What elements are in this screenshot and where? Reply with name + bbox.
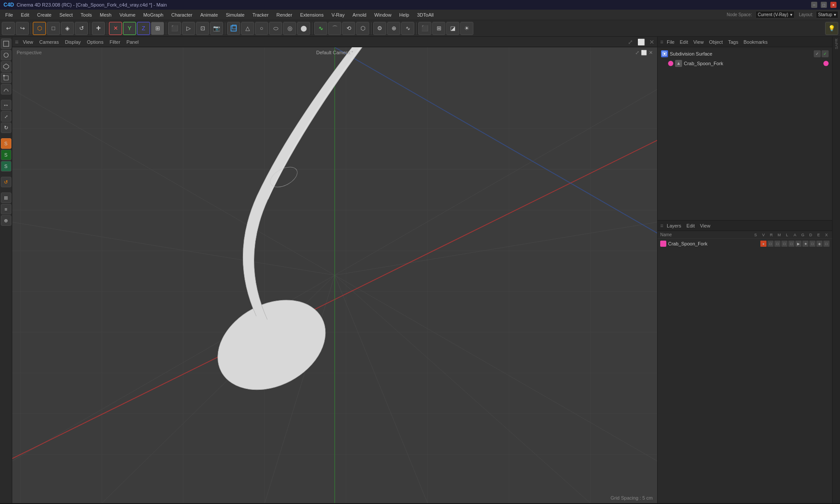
om-menu-view[interactable]: View xyxy=(692,38,706,46)
close-button[interactable]: × xyxy=(830,2,836,8)
sphere-primitive[interactable]: ○ xyxy=(255,22,268,35)
om-menu-object[interactable]: Object xyxy=(707,38,724,46)
layer-btn-d[interactable]: □ xyxy=(809,241,816,247)
menu-render[interactable]: Render xyxy=(273,11,296,18)
menu-tracker[interactable]: Tracker xyxy=(249,11,272,18)
interactive-render[interactable]: ▷ xyxy=(182,22,195,35)
vp-menu-view[interactable]: View xyxy=(21,38,35,46)
layer-btn-v[interactable]: □ xyxy=(767,241,774,247)
node-space-selector[interactable]: Current (V-Ray) ▾ xyxy=(756,11,794,18)
om-menu-tags[interactable]: Tags xyxy=(726,38,740,46)
vp-menu-display[interactable]: Display xyxy=(63,38,82,46)
menu-create[interactable]: Create xyxy=(34,11,55,18)
layers-menu-icon[interactable]: ≡ xyxy=(660,223,663,229)
sidebar-poly-mode[interactable] xyxy=(1,61,11,72)
vp-menu-options[interactable]: Options xyxy=(85,38,105,46)
spline2[interactable]: ⌒ xyxy=(328,22,341,35)
render-region[interactable]: ⬛ xyxy=(168,22,181,35)
sidebar-paint[interactable]: ⊕ xyxy=(1,215,11,226)
vp-menu-cameras[interactable]: Cameras xyxy=(38,38,61,46)
sidebar-point-mode[interactable] xyxy=(1,73,11,83)
menu-volume[interactable]: Volume xyxy=(116,11,139,18)
render-to-picture[interactable]: 📷 xyxy=(210,22,223,35)
viewport-expand-icon[interactable]: ⤢ xyxy=(628,38,633,46)
viewport[interactable]: X Y Z Perspective Default Camera:* ⤢ ⬜ ✕… xyxy=(12,47,657,503)
minimize-button[interactable]: − xyxy=(811,2,817,8)
menu-vray[interactable]: V-Ray xyxy=(328,11,348,18)
menu-simulate[interactable]: Simulate xyxy=(222,11,248,18)
viewport-icon-expand[interactable]: ⤢ xyxy=(635,50,639,56)
sidebar-s3[interactable]: S xyxy=(1,161,11,172)
axis-world[interactable]: ⊞ xyxy=(151,22,164,35)
disc-primitive[interactable]: ⬤ xyxy=(297,22,310,35)
viewport-icon-settings[interactable]: ✕ xyxy=(649,50,653,56)
layer-btn-a[interactable]: ▶ xyxy=(795,241,802,247)
maximize-button[interactable]: □ xyxy=(821,2,827,8)
layer-btn-x[interactable]: □ xyxy=(823,241,830,247)
om-menu-edit[interactable]: Edit xyxy=(678,38,690,46)
layer-btn-m[interactable]: □ xyxy=(781,241,788,247)
menu-tools[interactable]: Tools xyxy=(77,11,95,18)
sidebar-model-mode[interactable] xyxy=(1,38,11,49)
viewport-close-icon[interactable]: ✕ xyxy=(649,38,654,46)
layers-menu-view[interactable]: View xyxy=(698,222,712,229)
layer-btn-s[interactable]: ● xyxy=(760,241,766,247)
light-button[interactable]: 💡 xyxy=(825,22,838,35)
mode-model[interactable]: ⬡ xyxy=(33,22,46,35)
torus-primitive[interactable]: ◎ xyxy=(283,22,296,35)
menu-help[interactable]: Help xyxy=(396,11,413,18)
om-menu-file[interactable]: File xyxy=(665,38,676,46)
sidebar-move[interactable]: ↔ xyxy=(1,100,11,110)
knife-tool[interactable]: ⚙ xyxy=(373,22,386,35)
axis-z[interactable]: Z xyxy=(137,22,150,35)
menu-3dtoall[interactable]: 3DToAll xyxy=(413,11,437,18)
om-menu-icon[interactable]: ≡ xyxy=(660,39,663,45)
layer-btn-l[interactable]: □ xyxy=(788,241,794,247)
layers-menu-layers[interactable]: Layers xyxy=(665,222,683,229)
om-check-icon[interactable]: ✓ xyxy=(822,50,829,57)
sidebar-edge-mode[interactable] xyxy=(1,50,11,60)
smooth[interactable]: ∿ xyxy=(401,22,414,35)
spline4[interactable]: ⬡ xyxy=(356,22,369,35)
axis-x[interactable]: ✕ xyxy=(109,22,122,35)
cone-primitive[interactable]: △ xyxy=(241,22,254,35)
redo-button[interactable]: ↪ xyxy=(16,22,29,35)
display-mode3[interactable]: ◪ xyxy=(446,22,459,35)
om-color-tag[interactable] xyxy=(823,61,829,66)
menu-extensions[interactable]: Extensions xyxy=(297,11,327,18)
menu-window[interactable]: Window xyxy=(371,11,395,18)
mode-select[interactable]: ◈ xyxy=(61,22,74,35)
sidebar-scale[interactable]: ⤢ xyxy=(1,111,11,122)
cube-primitive[interactable] xyxy=(227,22,240,35)
menu-mesh[interactable]: Mesh xyxy=(96,11,115,18)
viewport-maximize-icon[interactable]: ⬜ xyxy=(637,38,645,46)
viewport-menu-icon[interactable]: ≡ xyxy=(15,38,18,46)
menu-edit[interactable]: Edit xyxy=(18,11,33,18)
menu-animate[interactable]: Animate xyxy=(197,11,221,18)
cylinder-primitive[interactable]: ⬭ xyxy=(269,22,282,35)
layer-btn-g[interactable]: ★ xyxy=(802,241,808,247)
spline3[interactable]: ⟲ xyxy=(342,22,355,35)
viewport-icon-camera[interactable]: ⬜ xyxy=(641,50,647,56)
axis-y[interactable]: Y xyxy=(123,22,136,35)
sidebar-rotate[interactable]: ↻ xyxy=(1,122,11,133)
menu-mograph[interactable]: MoGraph xyxy=(140,11,167,18)
render-view[interactable]: ⊡ xyxy=(196,22,209,35)
menu-file[interactable]: File xyxy=(2,11,17,18)
display-mode2[interactable]: ⊞ xyxy=(432,22,445,35)
menu-arnold[interactable]: Arnold xyxy=(349,11,370,18)
layout-selector[interactable]: Startup ▾ xyxy=(816,11,838,18)
layer-row-crab[interactable]: Crab_Spoon_Fork ● □ □ □ □ ▶ ★ □ ◈ □ xyxy=(658,239,832,248)
spline-tool[interactable]: ∿ xyxy=(314,22,327,35)
layer-btn-r[interactable]: □ xyxy=(774,241,780,247)
far-right-label-sapr[interactable]: SAPR xyxy=(834,38,839,49)
om-menu-bookmarks[interactable]: Bookmarks xyxy=(742,38,769,46)
sidebar-grid[interactable]: ⊞ xyxy=(1,192,11,203)
display-mode1[interactable]: ⬛ xyxy=(418,22,431,35)
vp-menu-filter[interactable]: Filter xyxy=(108,38,122,46)
vp-menu-panel[interactable]: Panel xyxy=(125,38,140,46)
om-row-crab-spoon[interactable]: Crab_Spoon_Fork xyxy=(659,59,830,68)
extrude-tool[interactable]: ⊕ xyxy=(387,22,400,35)
om-visibility-icon[interactable]: ✓ xyxy=(814,50,821,57)
mode-rotate[interactable]: ↺ xyxy=(75,22,88,35)
